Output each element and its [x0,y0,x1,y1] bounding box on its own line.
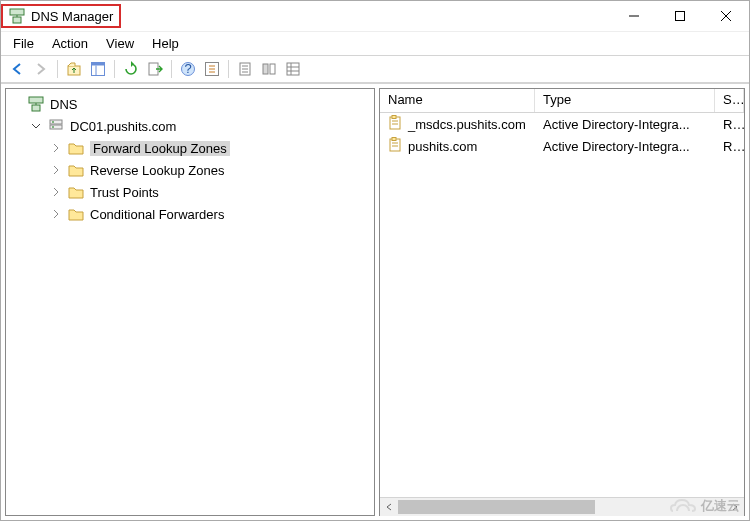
toolbar: ? [1,55,749,83]
menubar: File Action View Help [1,31,749,55]
chevron-right-icon[interactable] [50,142,62,154]
folder-icon [68,162,84,178]
toolbar-refresh-button[interactable] [119,57,143,81]
svg-point-33 [52,121,54,123]
tree-server[interactable]: DC01.pushits.com [26,115,374,137]
tree-label: DC01.pushits.com [70,119,176,134]
server-icon [48,118,64,134]
cell-type: Active Directory-Integra... [535,115,715,134]
toolbar-up-button[interactable] [62,57,86,81]
svg-rect-31 [50,120,62,124]
folder-icon [68,140,84,156]
chevron-down-icon[interactable] [30,120,42,132]
list-pane: Name Type Sta _msdcs.pushits.com Active … [379,88,745,516]
col-status[interactable]: Sta [715,89,744,112]
toolbar-back-button[interactable] [5,57,29,81]
scroll-left-icon[interactable] [380,498,398,516]
svg-rect-1 [13,17,21,23]
chevron-right-icon[interactable] [50,164,62,176]
tree-root-dns[interactable]: DNS [6,93,374,115]
svg-rect-9 [92,63,105,66]
titlebar: DNS Manager [1,1,749,31]
tree-label: Conditional Forwarders [90,207,224,222]
window: DNS Manager File Action View Help [0,0,750,521]
tree-conditional-forwarders[interactable]: Conditional Forwarders [46,203,374,225]
window-controls [611,1,749,31]
title-highlight: DNS Manager [1,4,121,28]
tree-trust-points[interactable]: Trust Points [46,181,374,203]
svg-rect-24 [287,63,299,75]
dns-root-icon [28,96,44,112]
cell-type: Active Directory-Integra... [535,137,715,156]
watermark-text: 亿速云 [701,497,740,515]
svg-point-34 [52,126,54,128]
cell-name: pushits.com [408,139,477,154]
body: DNS DC01.pushits.com [1,83,749,520]
svg-rect-40 [392,137,396,140]
cell-status: Ru [715,115,744,134]
folder-icon [68,184,84,200]
menu-help[interactable]: Help [152,36,179,51]
cell-name: _msdcs.pushits.com [408,117,526,132]
toolbar-item1-button[interactable] [233,57,257,81]
menu-file[interactable]: File [13,36,34,51]
tree-forward-lookup-zones[interactable]: Forward Lookup Zones [46,137,374,159]
menu-view[interactable]: View [106,36,134,51]
cell-status: Ru [715,137,744,156]
col-type[interactable]: Type [535,89,715,112]
menu-action[interactable]: Action [52,36,88,51]
zone-icon [388,137,404,156]
svg-rect-0 [10,9,24,15]
minimize-button[interactable] [611,1,657,31]
tree-reverse-lookup-zones[interactable]: Reverse Lookup Zones [46,159,374,181]
toolbar-forward-button[interactable] [29,57,53,81]
tree-label: Reverse Lookup Zones [90,163,224,178]
list-body[interactable]: _msdcs.pushits.com Active Directory-Inte… [380,113,744,497]
tree-label: Trust Points [90,185,159,200]
list-row[interactable]: pushits.com Active Directory-Integra... … [380,135,744,157]
chevron-right-icon[interactable] [50,186,62,198]
chevron-right-icon[interactable] [50,208,62,220]
zone-icon [388,115,404,134]
maximize-button[interactable] [657,1,703,31]
scroll-thumb[interactable] [398,500,595,514]
svg-rect-4 [676,12,685,21]
svg-text:?: ? [184,61,191,76]
svg-rect-28 [29,97,43,103]
folder-icon [68,206,84,222]
watermark: 亿速云 [669,497,740,515]
list-header: Name Type Sta [380,89,744,113]
col-name[interactable]: Name [380,89,535,112]
toolbar-item3-button[interactable] [281,57,305,81]
toolbar-help-button[interactable]: ? [176,57,200,81]
dns-icon [9,8,25,24]
tree-label: DNS [50,97,77,112]
svg-rect-32 [50,125,62,129]
svg-rect-36 [392,115,396,118]
toolbar-export-button[interactable] [143,57,167,81]
tree-pane[interactable]: DNS DC01.pushits.com [5,88,375,516]
toolbar-show-hide-button[interactable] [86,57,110,81]
tree-label: Forward Lookup Zones [90,141,230,156]
toolbar-item2-button[interactable] [257,57,281,81]
close-button[interactable] [703,1,749,31]
window-title: DNS Manager [31,9,113,24]
svg-rect-22 [263,64,268,74]
list-row[interactable]: _msdcs.pushits.com Active Directory-Inte… [380,113,744,135]
toolbar-new-zone-button[interactable] [200,57,224,81]
svg-rect-29 [32,105,40,111]
svg-rect-23 [270,64,275,74]
